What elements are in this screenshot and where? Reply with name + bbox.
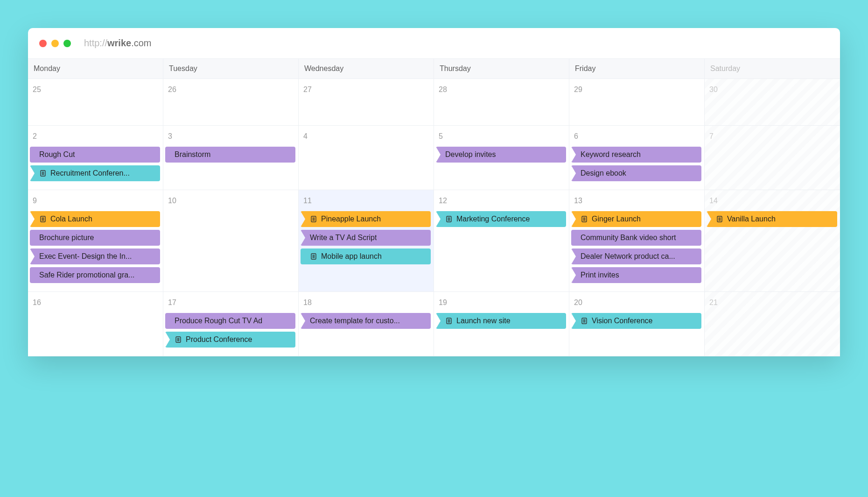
day-number: 7 [707,130,837,145]
calendar-cell[interactable]: 17Produce Rough Cut TV AdProduct Confere… [163,292,299,356]
calendar-cell[interactable]: 4 [299,126,434,190]
event-label: Dealer Network product ca... [581,252,675,261]
event-label: Brainstorm [175,150,210,159]
day-header-sat: Saturday [705,59,840,78]
note-icon [39,215,47,223]
event-label: Design ebook [581,169,626,178]
note-icon [581,215,588,223]
event-label: Exec Event- Design the In... [39,252,132,261]
event-label: Vanilla Launch [727,215,776,223]
calendar-cell[interactable]: 7 [705,126,840,190]
note-icon [310,253,317,260]
calendar-event[interactable]: Recruitment Conferen... [30,165,160,181]
calendar-event[interactable]: Exec Event- Design the In... [30,248,160,264]
calendar-event[interactable]: Keyword research [571,147,701,163]
calendar-cell[interactable]: 30 [705,79,840,125]
calendar-cell[interactable]: 9Cola LaunchBrochure pictureExec Event- … [28,190,163,291]
note-icon [445,317,453,325]
event-label: Pineapple Launch [321,215,381,223]
day-number: 6 [571,130,701,145]
day-number: 29 [571,84,701,99]
event-label: Launch new site [456,317,511,325]
calendar-cell[interactable]: 16 [28,292,163,356]
calendar-cell[interactable]: 20Vision Conference [569,292,705,356]
day-number: 18 [301,297,431,312]
calendar-event[interactable]: Develop invites [436,147,566,163]
calendar-event[interactable]: Brochure picture [30,230,160,246]
calendar-event[interactable]: Mobile app launch [301,248,431,264]
day-number: 20 [571,297,701,312]
day-number: 10 [165,195,295,210]
day-number: 13 [571,195,701,210]
minimize-icon[interactable] [51,40,59,47]
event-label: Write a TV Ad Script [310,234,377,242]
calendar-event[interactable]: Safe Rider promotional gra... [30,267,160,283]
calendar-event[interactable]: Produce Rough Cut TV Ad [165,313,295,329]
calendar-cell[interactable]: 18Create template for custo... [299,292,434,356]
calendar-cell[interactable]: 10 [163,190,299,291]
close-icon[interactable] [39,40,47,47]
day-number: 9 [30,195,160,210]
calendar-event[interactable]: Brainstorm [165,147,295,163]
calendar-cell[interactable]: 12Marketing Conference [434,190,569,291]
calendar-event[interactable]: Ginger Launch [571,211,701,227]
calendar-event[interactable]: Cola Launch [30,211,160,227]
calendar-cell[interactable]: 5Develop invites [434,126,569,190]
calendar-event[interactable]: Launch new site [436,313,566,329]
event-label: Community Bank video short [581,234,676,242]
calendar-event[interactable]: Product Conference [165,332,295,348]
window-controls [39,40,71,47]
calendar-cell[interactable]: 29 [569,79,705,125]
calendar-event[interactable]: Design ebook [571,165,701,181]
calendar-cell[interactable]: 11Pineapple LaunchWrite a TV Ad ScriptMo… [299,190,434,291]
calendar-day-headers: Monday Tuesday Wednesday Thursday Friday… [28,59,840,79]
day-header-fri: Friday [569,59,705,78]
event-label: Create template for custo... [310,317,400,325]
event-label: Ginger Launch [592,215,641,223]
event-label: Vision Conference [592,317,652,325]
event-label: Develop invites [445,150,496,159]
calendar-cell[interactable]: 28 [434,79,569,125]
calendar-event[interactable]: Vision Conference [571,313,701,329]
calendar-cell[interactable]: 27 [299,79,434,125]
maximize-icon[interactable] [63,40,71,47]
calendar-event[interactable]: Vanilla Launch [707,211,837,227]
address-bar[interactable]: http://wrike.com [84,38,152,49]
calendar-event[interactable]: Write a TV Ad Script [301,230,431,246]
calendar-event[interactable]: Dealer Network product ca... [571,248,701,264]
calendar-event[interactable]: Community Bank video short [571,230,701,246]
day-header-thu: Thursday [434,59,569,78]
calendar-event[interactable]: Rough Cut [30,147,160,163]
event-label: Safe Rider promotional gra... [39,271,135,279]
browser-window: http://wrike.com Monday Tuesday Wednesda… [28,28,840,356]
calendar-event[interactable]: Pineapple Launch [301,211,431,227]
calendar-cell[interactable]: 3Brainstorm [163,126,299,190]
calendar-cell[interactable]: 14Vanilla Launch [705,190,840,291]
calendar-cell[interactable]: 21 [705,292,840,356]
calendar-cell[interactable]: 25 [28,79,163,125]
day-number: 2 [30,130,160,145]
day-number: 14 [707,195,837,210]
day-number: 16 [30,297,160,312]
event-label: Marketing Conference [456,215,530,223]
calendar-event[interactable]: Create template for custo... [301,313,431,329]
day-number: 11 [301,195,431,210]
calendar-row: 2Rough CutRecruitment Conferen...3Brains… [28,126,840,190]
day-number: 3 [165,130,295,145]
day-number: 5 [436,130,566,145]
day-header-wed: Wednesday [299,59,434,78]
calendar-cell[interactable]: 26 [163,79,299,125]
day-header-tue: Tuesday [163,59,299,78]
event-label: Cola Launch [50,215,92,223]
calendar-event[interactable]: Print invites [571,267,701,283]
calendar-cell[interactable]: 6Keyword researchDesign ebook [569,126,705,190]
note-icon [39,170,47,177]
event-label: Brochure picture [39,234,94,242]
calendar-cell[interactable]: 13Ginger LaunchCommunity Bank video shor… [569,190,705,291]
day-number: 28 [436,84,566,99]
day-number: 12 [436,195,566,210]
calendar-cell[interactable]: 2Rough CutRecruitment Conferen... [28,126,163,190]
calendar-event[interactable]: Marketing Conference [436,211,566,227]
calendar-cell[interactable]: 19Launch new site [434,292,569,356]
url-protocol: http:// [84,38,107,48]
